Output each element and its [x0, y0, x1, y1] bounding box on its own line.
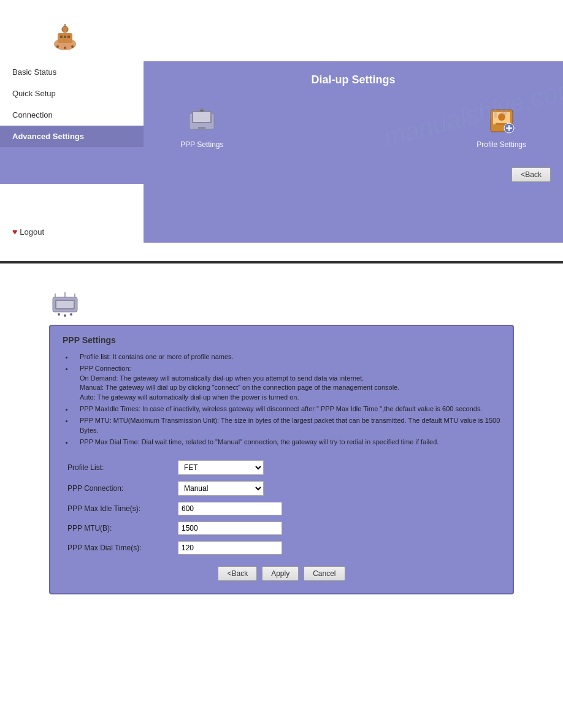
help-item-2: PPP Connection: On Demand: The gateway w…: [74, 364, 500, 402]
svg-point-9: [71, 45, 74, 48]
logout-icon: ♥: [12, 227, 17, 237]
svg-rect-26: [56, 301, 74, 308]
ppp-settings-label: PPP Settings: [180, 140, 224, 149]
router-icon: [49, 21, 81, 53]
max-dial-label: PPP Max Dial Time(s):: [63, 538, 173, 558]
svg-rect-13: [194, 124, 209, 127]
ppp-connection-row: PPP Connection: Manual On Demand Auto: [63, 478, 500, 499]
sidebar-item-advanced-settings[interactable]: Advanced Settings: [0, 126, 144, 147]
max-idle-cell: [173, 499, 500, 518]
svg-rect-14: [198, 127, 205, 129]
section-divider: [0, 261, 563, 264]
svg-rect-16: [199, 108, 204, 110]
profile-settings-label: Profile Settings: [477, 140, 526, 149]
svg-point-7: [56, 45, 59, 48]
profile-list-label: Profile List:: [63, 457, 173, 478]
max-idle-row: PPP Max Idle Time(s):: [63, 499, 500, 518]
svg-point-19: [498, 113, 505, 121]
cancel-button[interactable]: Cancel: [304, 566, 345, 581]
bottom-logo-area: [49, 282, 514, 325]
profile-settings-icon: [486, 105, 518, 137]
top-logo-area: [0, 12, 563, 61]
help-item-5: PPP Max Dial Time: Dial wait time, relat…: [74, 438, 500, 447]
page-title: Dial-up Settings: [144, 61, 563, 99]
bottom-router-icon: [49, 287, 81, 319]
sidebar: Basic Status Quick Setup Connection Adva…: [0, 61, 144, 243]
svg-rect-4: [67, 36, 70, 38]
profile-settings-icon-item[interactable]: Profile Settings: [477, 105, 526, 149]
profile-list-row: Profile List: FET: [63, 457, 500, 478]
svg-rect-12: [193, 112, 210, 122]
help-item-3: PPP MaxIdle Times: In case of inactivity…: [74, 404, 500, 414]
ppp-connection-cell: Manual On Demand Auto: [173, 478, 500, 499]
bottom-back-button[interactable]: <Back: [218, 566, 257, 581]
ppp-settings-icon-item[interactable]: PPP Settings: [180, 105, 224, 149]
mtu-cell: [173, 518, 500, 538]
ppp-settings-icon: [186, 105, 218, 137]
sidebar-item-basic-status[interactable]: Basic Status: [0, 61, 144, 83]
help-item-4: PPP MTU: MTU(Maximum Transmission Unit):…: [74, 416, 500, 435]
svg-point-5: [62, 26, 68, 32]
sidebar-item-logout[interactable]: ♥ Logout: [0, 221, 144, 243]
help-sub-1: On Demand: The gateway will automaticall…: [80, 374, 500, 383]
top-layout: Basic Status Quick Setup Connection Adva…: [0, 61, 563, 243]
max-dial-input[interactable]: [178, 541, 282, 555]
icons-row: PPP Settings: [144, 99, 563, 161]
form-buttons: <Back Apply Cancel: [63, 566, 500, 581]
svg-point-28: [64, 314, 66, 317]
profile-list-select[interactable]: FET: [178, 460, 264, 475]
ppp-help-list: Profile list: It contains one or more of…: [63, 352, 500, 447]
svg-point-8: [64, 47, 66, 49]
svg-point-29: [70, 313, 72, 316]
mtu-input[interactable]: [178, 521, 282, 535]
svg-rect-2: [60, 36, 63, 38]
apply-button[interactable]: Apply: [262, 566, 299, 581]
mtu-label: PPP MTU(B):: [63, 518, 173, 538]
max-idle-input[interactable]: [178, 502, 282, 515]
svg-rect-3: [64, 36, 66, 38]
help-sub-3: Auto: The gateway will automatically dia…: [80, 393, 500, 402]
ppp-connection-label: PPP Connection:: [63, 478, 173, 499]
ppp-settings-box: PPP Settings Profile list: It contains o…: [49, 325, 514, 594]
max-idle-label: PPP Max Idle Time(s):: [63, 499, 173, 518]
svg-point-27: [58, 313, 60, 316]
bottom-section: PPP Settings Profile list: It contains o…: [0, 282, 563, 613]
help-item-1: Profile list: It contains one or more of…: [74, 352, 500, 362]
sidebar-item-connection[interactable]: Connection: [0, 104, 144, 126]
sidebar-item-quick-setup[interactable]: Quick Setup: [0, 83, 144, 104]
ppp-connection-select[interactable]: Manual On Demand Auto: [178, 481, 264, 496]
back-button-row: <Back: [144, 161, 563, 191]
ppp-form-table: Profile List: FET PPP Connection: Manual…: [63, 457, 500, 558]
back-button[interactable]: <Back: [511, 167, 551, 182]
mtu-row: PPP MTU(B):: [63, 518, 500, 538]
ppp-box-title: PPP Settings: [63, 335, 500, 345]
max-dial-cell: [173, 538, 500, 558]
main-content: manualshlve.com Dial-up Settings: [144, 61, 563, 243]
help-sub-2: Manual: The gateway will dial up by clic…: [80, 383, 500, 392]
profile-list-cell: FET: [173, 457, 500, 478]
max-dial-row: PPP Max Dial Time(s):: [63, 538, 500, 558]
